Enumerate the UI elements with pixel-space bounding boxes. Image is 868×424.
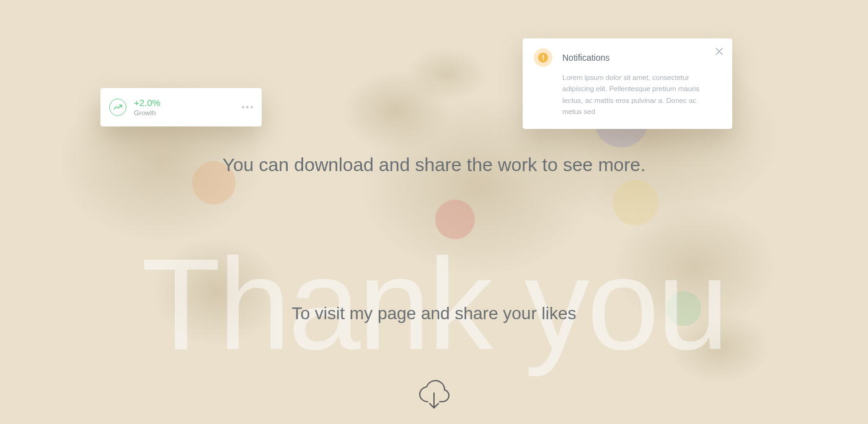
subline-text: To visit my page and share your likes	[291, 304, 576, 324]
notification-title: Notifications	[562, 53, 609, 63]
growth-stat-card[interactable]: +2.0% Growth	[100, 88, 262, 126]
more-icon[interactable]	[242, 106, 253, 108]
headline-text: You can download and share the work to s…	[217, 153, 651, 177]
alert-icon: !	[534, 48, 552, 67]
notification-card: ! Notifications Lorem ipsum dolor sit am…	[523, 38, 732, 129]
trend-up-icon	[109, 99, 126, 116]
close-icon[interactable]	[714, 46, 725, 57]
growth-label: Growth	[134, 109, 161, 117]
map-dot-pink	[435, 200, 475, 239]
world-map-backdrop	[0, 0, 868, 424]
download-icon[interactable]	[417, 379, 451, 410]
map-dot-yellow	[613, 180, 658, 226]
notification-body: Lorem ipsum dolor sit amet, consectetur …	[562, 72, 707, 118]
map-dot-green	[666, 291, 701, 326]
growth-value: +2.0%	[134, 97, 161, 108]
